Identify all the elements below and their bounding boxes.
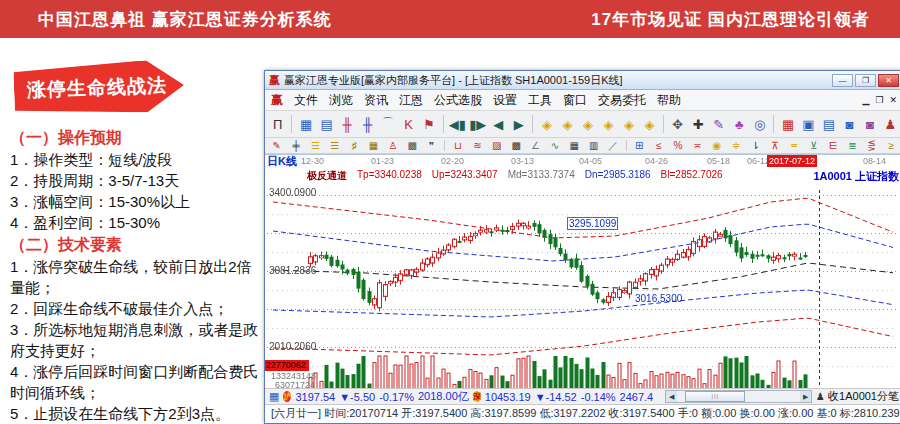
menu-江恩[interactable]: 江恩 <box>399 92 423 109</box>
kline-chart-canvas[interactable] <box>265 182 899 388</box>
hash-tool-icon[interactable]: ╪ <box>287 139 304 152</box>
red-t-icon[interactable]: ⊼ <box>766 139 783 152</box>
maximize-button[interactable]: ❐ <box>855 74 876 87</box>
slash-icon[interactable]: ／ <box>604 139 621 152</box>
menu-资讯[interactable]: 资讯 <box>364 92 388 109</box>
green-v-icon[interactable]: ⊻ <box>805 139 822 152</box>
k-percent-icon[interactable]: K <box>399 113 418 135</box>
sharp-tool-icon[interactable]: ♯ <box>346 139 363 152</box>
quote-detail-text: [六月廿一] 时间:20170714 开:3197.5400 高:3197.85… <box>271 407 900 419</box>
gann-angle-down-icon[interactable]: ◈ <box>558 113 577 135</box>
mdi-close-button[interactable]: ✕ <box>889 95 897 105</box>
list-item: 2．回踩生命线不破最佳介入点； <box>10 298 266 319</box>
next-bar-icon[interactable]: ▶ <box>509 113 528 135</box>
gold-eq-icon[interactable]: ≖ <box>786 139 803 152</box>
grid-dark-icon[interactable]: ▦ <box>566 139 583 152</box>
indicator-value: Tp=3340.0238 <box>357 169 422 182</box>
dark-box-icon[interactable]: ▩ <box>507 139 524 152</box>
window-title: 赢家江恩专业版[赢家内部服务平台] - [上证指数 SH1A0001-159日K… <box>284 73 832 88</box>
red-box-icon[interactable]: ▨ <box>488 139 505 152</box>
toolbar-separator <box>773 115 774 133</box>
app-logo-icon: 赢 <box>269 73 280 88</box>
kline-red-icon[interactable]: ╫ <box>337 113 356 135</box>
last-bar-icon[interactable]: ▮▶ <box>468 113 487 135</box>
gann-angle-shrink-icon[interactable]: ◈ <box>640 113 659 135</box>
quote-mark-icon[interactable]: ❞ <box>423 139 440 152</box>
gann-angle-left-icon[interactable]: ◈ <box>578 113 597 135</box>
wave-icon[interactable]: ∿ <box>546 139 563 152</box>
list-item: 2．持股周期：3-5/7-13天 <box>10 170 266 191</box>
knife-icon[interactable]: ⇂ <box>747 139 764 152</box>
mdi-restore-button[interactable]: ❐ <box>875 95 883 105</box>
grid-dark2-icon[interactable]: ▥ <box>585 139 602 152</box>
prev-bar-icon[interactable]: ◀ <box>489 113 508 135</box>
gold-line2-icon[interactable]: ☰ <box>326 139 343 152</box>
gann-angle-up-icon[interactable]: ◈ <box>537 113 556 135</box>
menu-帮助[interactable]: 帮助 <box>657 92 681 109</box>
gold-div-icon[interactable]: ≑ <box>727 139 744 152</box>
close-button[interactable]: ✕ <box>878 74 899 87</box>
green-lines-icon[interactable]: ≣ <box>844 139 861 152</box>
sz-index-change: ▼-14.52 <box>535 391 577 403</box>
scroll-right-icon[interactable]: ▶ <box>800 391 811 402</box>
gold-circle-icon[interactable]: ◉ <box>708 139 725 152</box>
frame-tool-icon[interactable]: ⊞ <box>631 139 648 152</box>
red-e-icon[interactable]: ⋿ <box>824 139 841 152</box>
gold-ge-icon[interactable]: ≥ <box>882 139 899 152</box>
scroll-left-icon[interactable]: ◀ <box>666 391 677 402</box>
menu-浏览[interactable]: 浏览 <box>329 92 353 109</box>
drag-hand-icon[interactable]: ✥ <box>668 113 687 135</box>
indicator-value: Bl=2852.7026 <box>661 169 723 182</box>
menu-设置[interactable]: 设置 <box>493 92 517 109</box>
menu-交易委托[interactable]: 交易委托 <box>598 92 646 109</box>
y-axis-label: 3400.0900 <box>269 187 316 198</box>
clover-tool-icon[interactable]: ♣ <box>729 113 748 135</box>
fan-lines-icon[interactable]: ≋ <box>469 139 486 152</box>
horizontal-scrollbar[interactable]: ◀ ||| ▶ <box>665 390 812 403</box>
menu-工具[interactable]: 工具 <box>528 92 552 109</box>
tick-view-icon[interactable]: ♟ <box>816 391 825 402</box>
menu-窗口[interactable]: 窗口 <box>563 92 587 109</box>
flag-icon[interactable]: ⚑ <box>419 113 438 135</box>
figure-icon[interactable]: ♙ <box>384 139 401 152</box>
small-pencil-icon[interactable]: ✎ <box>268 139 285 152</box>
kline-blue-icon[interactable]: ╫ <box>358 113 377 135</box>
quote-table-icon[interactable]: ▦ <box>269 390 279 403</box>
indicator-name: 极反通道 <box>307 169 347 182</box>
gold-line-icon[interactable]: ☰ <box>307 139 324 152</box>
menu-公式选股[interactable]: 公式选股 <box>434 92 482 109</box>
u-channel-icon[interactable]: ⊔ <box>449 139 466 152</box>
mdi-minimize-button[interactable]: ▁ <box>862 95 869 105</box>
menu-文件[interactable]: 文件 <box>294 92 318 109</box>
shenzhen-market-icon: 深 <box>473 391 481 402</box>
users-icon[interactable]: ♟ <box>881 113 900 135</box>
bracket-tool-icon[interactable]: ⌒ <box>378 113 397 135</box>
calendar-icon[interactable]: ▦ <box>778 113 797 135</box>
report-view-icon[interactable]: ▤ <box>317 113 336 135</box>
net-icon[interactable]: ▩ <box>404 139 421 152</box>
window-layout-icon[interactable]: ▦ <box>296 113 315 135</box>
gann-angle-right-icon[interactable]: ◈ <box>599 113 618 135</box>
gann-angle-expand-icon[interactable]: ◈ <box>619 113 638 135</box>
monitor-icon[interactable]: ▣ <box>799 113 818 135</box>
red-fan-icon[interactable]: ≤ <box>650 139 667 152</box>
crosshair-icon[interactable]: ✚ <box>689 113 708 135</box>
red-lg-icon[interactable]: ⋚ <box>863 139 880 152</box>
ratio-icon[interactable]: ≍ <box>689 139 706 152</box>
first-bar-icon[interactable]: ◀▮ <box>448 113 467 135</box>
scrollbar-thumb[interactable]: ||| <box>685 391 745 402</box>
quote-list-icon[interactable]: ▤ <box>819 113 838 135</box>
binocular-icon[interactable]: ◎ <box>750 113 769 135</box>
section2-heading: （二）技术要素 <box>10 233 266 256</box>
percent-icon[interactable]: % <box>669 139 686 152</box>
grid-gold-icon[interactable]: ▦ <box>365 139 382 152</box>
pi-tool-icon[interactable]: Π <box>268 113 287 135</box>
title-bar[interactable]: 赢 赢家江恩专业版[赢家内部服务平台] - [上证指数 SH1A0001-159… <box>265 71 900 90</box>
tick-view-label[interactable]: 收1A0001分笔 <box>828 389 899 404</box>
chart-pane: 日K线 12-3001-2302-2003-1304-0504-2605-180… <box>265 154 900 388</box>
draw-pencil-icon[interactable]: ✎ <box>709 113 728 135</box>
save-as-icon[interactable]: ◙ <box>860 113 879 135</box>
save-icon[interactable]: ◙ <box>840 113 859 135</box>
minimize-button[interactable]: — <box>832 74 853 87</box>
angle-line-icon[interactable]: ∠ <box>527 139 544 152</box>
